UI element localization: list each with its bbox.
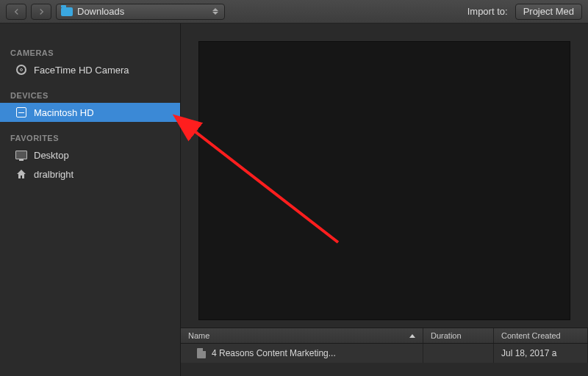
sidebar-section-devices: DEVICES [0, 87, 180, 103]
import-destination-button[interactable]: Project Med [515, 4, 582, 20]
column-name-label: Name [188, 331, 209, 340]
table-row[interactable]: 4 Reasons Content Marketing... Jul 18, 2… [181, 344, 588, 363]
import-destination-label: Project Med [523, 6, 574, 17]
import-to-label: Import to: [467, 6, 508, 17]
content-area: Name Duration Content Created 4 Reasons … [181, 24, 588, 376]
column-duration-label: Duration [431, 331, 462, 340]
desktop-icon [15, 148, 28, 162]
nav-back-button[interactable] [6, 4, 26, 20]
sidebar-item-label: Desktop [34, 150, 69, 161]
column-name[interactable]: Name [181, 328, 423, 343]
path-label: Downloads [77, 6, 124, 17]
column-duration[interactable]: Duration [423, 328, 494, 343]
toolbar: Downloads Import to: Project Med [0, 0, 588, 24]
sidebar-item-desktop[interactable]: Desktop [0, 145, 180, 164]
dropdown-stepper-icon [211, 8, 220, 15]
column-content-created[interactable]: Content Created [494, 328, 588, 343]
sidebar-item-home[interactable]: dralbright [0, 164, 180, 184]
file-table: Name Duration Content Created 4 Reasons … [181, 328, 588, 376]
folder-icon [61, 7, 73, 16]
preview-pane [198, 41, 570, 320]
sidebar-item-label: Macintosh HD [34, 107, 94, 118]
file-name: 4 Reasons Content Marketing... [212, 348, 336, 358]
column-created-label: Content Created [501, 331, 561, 340]
document-icon [197, 348, 206, 358]
nav-forward-button[interactable] [31, 4, 51, 20]
sidebar-section-cameras: CAMERAS [0, 44, 180, 60]
sidebar: CAMERAS FaceTime HD Camera DEVICES Macin… [0, 24, 181, 376]
sidebar-section-favorites: FAVORITES [0, 129, 180, 145]
chevron-left-icon [13, 8, 20, 15]
sort-ascending-icon [409, 334, 415, 338]
disk-icon [15, 106, 28, 119]
table-header: Name Duration Content Created [181, 328, 588, 344]
path-dropdown[interactable]: Downloads [56, 4, 225, 20]
camera-icon [15, 63, 28, 76]
sidebar-item-facetime-camera[interactable]: FaceTime HD Camera [0, 60, 180, 79]
sidebar-item-macintosh-hd[interactable]: Macintosh HD [0, 103, 180, 122]
chevron-right-icon [38, 8, 45, 15]
sidebar-item-label: FaceTime HD Camera [34, 65, 129, 76]
home-icon [15, 167, 28, 181]
file-created: Jul 18, 2017 a [501, 348, 556, 358]
sidebar-item-label: dralbright [34, 169, 74, 180]
